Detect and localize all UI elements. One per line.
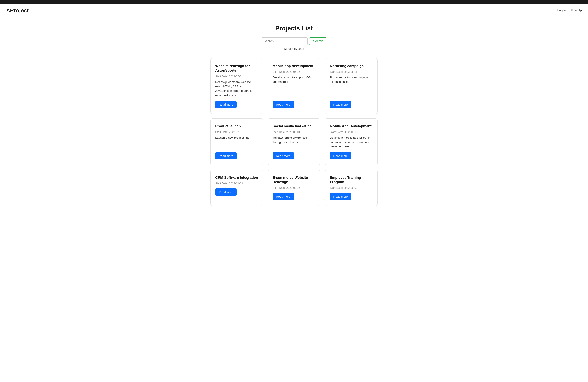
read-more-button[interactable]: Read more (330, 152, 351, 159)
search-by-date[interactable]: Serach by Date (284, 47, 304, 50)
read-more-button[interactable]: Read more (215, 189, 237, 196)
project-card: Mobile App DevelopmentStart Date: 2022-1… (325, 118, 378, 165)
project-description: Run a marketing campaign to increase sal… (330, 75, 373, 97)
read-more-button[interactable]: Read more (273, 152, 294, 159)
login-link[interactable]: Log In (557, 9, 566, 12)
project-card: Website redesign for AstonSportsStart Da… (210, 58, 263, 114)
project-description: Increase brand awareness through social … (273, 136, 315, 149)
project-title: CRM Software Integration (215, 175, 258, 180)
project-date: Start Date: 2023-06-15 (273, 70, 315, 73)
project-title: Mobile app development (273, 64, 315, 68)
brand-logo[interactable]: AProject (6, 7, 29, 14)
project-title: Website redesign for AstonSports (215, 64, 258, 73)
project-description: Develop a mobile app for iOS and Android (273, 75, 315, 97)
top-bar (0, 0, 588, 4)
main-content: Projects List Search Serach by Date Webs… (207, 17, 381, 213)
search-button[interactable]: Search (309, 37, 327, 45)
project-card: Mobile app developmentStart Date: 2023-0… (268, 58, 320, 114)
project-title: Employee Training Program (330, 175, 373, 185)
project-title: Social media marketing (273, 124, 315, 128)
read-more-button[interactable]: Read more (215, 152, 237, 159)
project-description: Develop a mobile app for our e-commerce … (330, 136, 373, 149)
search-row: Search (261, 37, 327, 45)
read-more-button[interactable]: Read more (273, 101, 294, 108)
search-area: Search Serach by Date (210, 37, 378, 50)
project-title: E-commerce Website Redesign (273, 175, 315, 185)
signup-link[interactable]: Sign Up (571, 9, 582, 12)
page-title: Projects List (210, 25, 378, 32)
navbar: AProject Log In Sign Up (0, 4, 588, 17)
project-card: Product launchStart Date: 2023-07-01Laun… (210, 118, 263, 165)
project-description: Launch a new product line (215, 136, 258, 149)
search-input[interactable] (261, 37, 308, 45)
project-date: Start Date: 2023-02-15 (273, 186, 315, 190)
project-date: Start Date: 2023-05-01 (215, 75, 258, 78)
project-date: Start Date: 2023-07-01 (215, 130, 258, 134)
project-card: CRM Software IntegrationStart Date: 2022… (210, 170, 263, 206)
project-date: Start Date: 2022-11-09 (215, 182, 258, 185)
project-title: Product launch (215, 124, 258, 128)
project-date: Start Date: 2023-05-15 (330, 70, 373, 73)
read-more-button[interactable]: Read more (215, 101, 237, 108)
project-date: Start Date: 2022-09-01 (330, 186, 373, 190)
project-card: Social media marketingStart Date: 2023-0… (268, 118, 320, 165)
projects-grid: Website redesign for AstonSportsStart Da… (210, 58, 378, 206)
project-title: Marketing campaign (330, 64, 373, 68)
project-card: Employee Training ProgramStart Date: 202… (325, 170, 378, 206)
read-more-button[interactable]: Read more (273, 193, 294, 200)
project-title: Mobile App Development (330, 124, 373, 128)
project-date: Start Date: 2022-12-03 (330, 130, 373, 134)
project-description: Redesign company website using HTML, CSS… (215, 80, 258, 97)
read-more-button[interactable]: Read more (330, 101, 351, 108)
project-card: E-commerce Website RedesignStart Date: 2… (268, 170, 320, 206)
read-more-button[interactable]: Read more (330, 193, 351, 200)
project-card: Marketing campaignStart Date: 2023-05-15… (325, 58, 378, 114)
project-date: Start Date: 2023-08-01 (273, 130, 315, 134)
nav-links: Log In Sign Up (557, 9, 582, 12)
